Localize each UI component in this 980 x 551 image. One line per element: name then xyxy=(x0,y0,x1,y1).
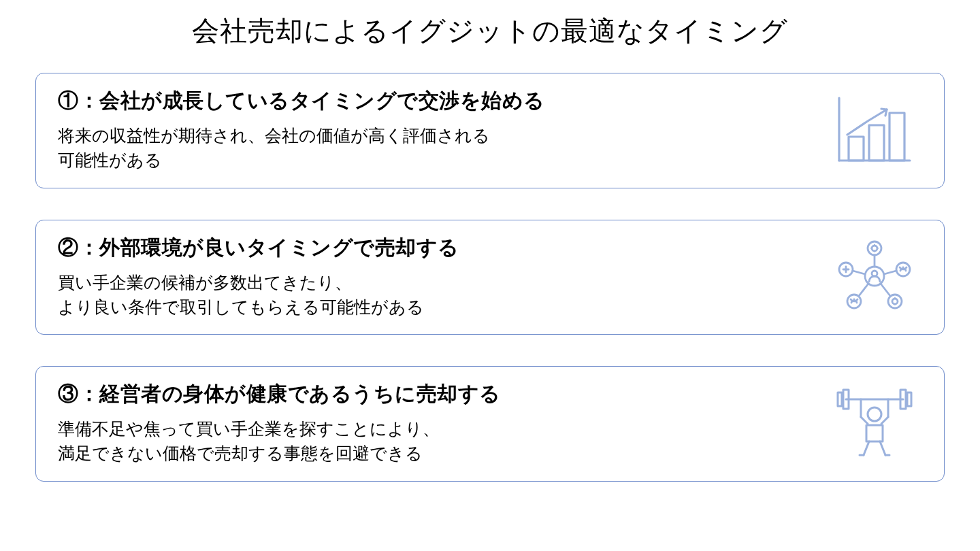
card-desc-2: 買い手企業の候補が多数出てきたり、 より良い条件で取引してもらえる可能性がある xyxy=(58,270,813,320)
card-heading-1: ①：会社が成長しているタイミングで交渉を始める xyxy=(58,87,813,115)
card-text-3: ③：経営者の身体が健康であるうちに売却する 準備不足や焦って買い手企業を探すこと… xyxy=(58,380,813,466)
growth-chart-icon xyxy=(827,89,922,171)
card-desc-1: 将来の収益性が期待され、会社の価値が高く評価される 可能性がある xyxy=(58,123,813,173)
card-desc-3: 準備不足や焦って買い手企業を探すことにより、 満足できない価格で売却する事態を回… xyxy=(58,416,813,466)
svg-line-16 xyxy=(859,284,868,296)
svg-line-29 xyxy=(864,441,869,455)
svg-line-26 xyxy=(861,417,868,424)
svg-point-7 xyxy=(868,241,881,255)
svg-rect-2 xyxy=(849,137,864,161)
slide-content: 会社売却によるイグジットの最適なタイミング ①：会社が成長しているタイミングで交… xyxy=(0,0,980,482)
svg-rect-3 xyxy=(869,125,884,161)
page-title: 会社売却によるイグジットの最適なタイミング xyxy=(35,12,945,50)
card-text-2: ②：外部環境が良いタイミングで売却する 買い手企業の候補が多数出てきたり、 より… xyxy=(58,234,813,320)
timing-card-3: ③：経営者の身体が健康であるうちに売却する 準備不足や焦って買い手企業を探すこと… xyxy=(35,366,945,482)
svg-line-27 xyxy=(881,417,888,424)
svg-line-12 xyxy=(853,271,865,274)
svg-rect-22 xyxy=(907,393,911,406)
weightlifting-icon xyxy=(827,382,922,464)
card-heading-3: ③：経営者の身体が健康であるうちに売却する xyxy=(58,380,813,408)
svg-point-28 xyxy=(868,407,881,421)
svg-line-30 xyxy=(880,441,885,455)
card-text-1: ①：会社が成長しているタイミングで交渉を始める 将来の収益性が期待され、会社の価… xyxy=(58,87,813,173)
timing-card-2: ②：外部環境が良いタイミングで売却する 買い手企業の候補が多数出てきたり、 より… xyxy=(35,220,945,335)
timing-card-1: ①：会社が成長しているタイミングで交渉を始める 将来の収益性が期待され、会社の価… xyxy=(35,73,945,188)
svg-line-18 xyxy=(881,284,890,296)
svg-line-14 xyxy=(884,271,896,274)
svg-rect-20 xyxy=(838,393,842,406)
network-icon xyxy=(827,235,922,317)
svg-rect-4 xyxy=(889,113,904,161)
card-heading-2: ②：外部環境が良いタイミングで売却する xyxy=(58,234,813,262)
